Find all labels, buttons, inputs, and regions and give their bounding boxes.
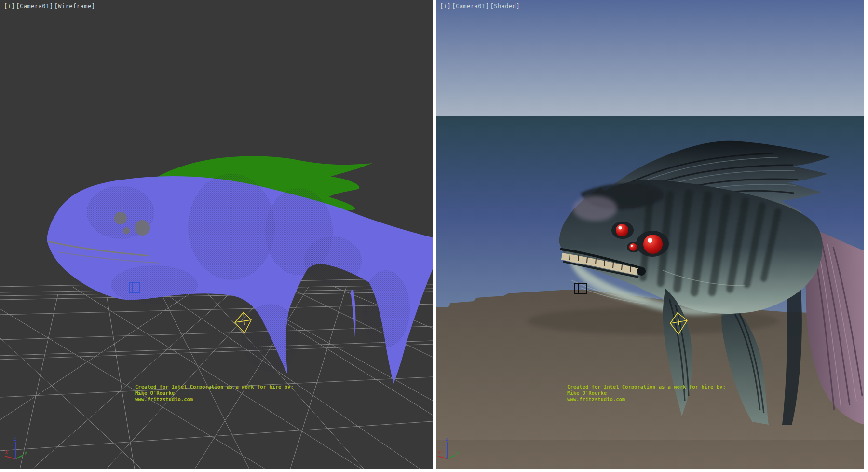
axis-z-label: Z	[13, 436, 16, 442]
axis-x-label: X	[5, 449, 8, 456]
bottom-frame-edge	[0, 469, 868, 472]
viewport-expand-menu[interactable]: [+]	[440, 3, 451, 10]
viewport-expand-menu[interactable]: [+]	[4, 3, 15, 10]
viewport-shading-menu[interactable]: [Shaded]	[490, 3, 520, 10]
head-sheen	[573, 196, 617, 221]
axis-x-label: x	[438, 449, 441, 456]
viewport-splitter[interactable]	[433, 0, 436, 472]
application-window: [+][Camera01][Wireframe] Created for Int…	[0, 0, 868, 472]
ground-shade-band	[436, 440, 865, 470]
sky	[436, 0, 865, 116]
scene-credits-text: Created for Intel Corporation as a work …	[567, 384, 741, 403]
viewport-camera-menu[interactable]: [Camera01]	[452, 3, 489, 10]
viewport-label-left: [+][Camera01][Wireframe]	[4, 3, 96, 10]
right-frame-edge	[864, 0, 868, 472]
axis-y-label: y	[24, 449, 27, 456]
axis-y-label: y	[456, 449, 460, 456]
viewport-wireframe[interactable]: [+][Camera01][Wireframe] Created for Int…	[0, 0, 433, 470]
viewport-label-right: [+][Camera01][Shaded]	[440, 3, 521, 10]
axis-z-label: z	[445, 436, 448, 442]
scene-credits-text: Created for Intel Corporation as a work …	[135, 384, 309, 403]
viewport-camera-menu[interactable]: [Camera01]	[16, 3, 53, 10]
viewport-shaded[interactable]: [+][Camera01][Shaded] Created for Intel …	[436, 0, 865, 470]
viewport-shading-menu[interactable]: [Wireframe]	[54, 3, 95, 10]
